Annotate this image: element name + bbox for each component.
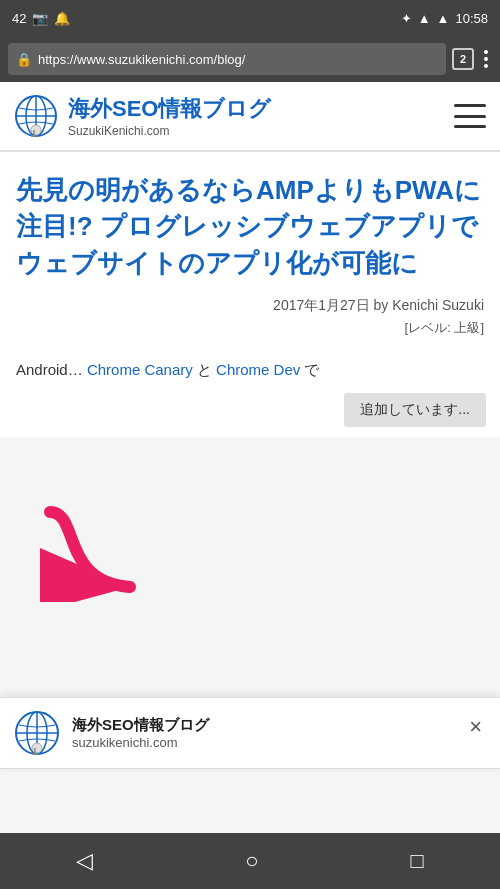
hamburger-line	[454, 125, 486, 128]
camera-icon: 📷	[32, 11, 48, 26]
chrome-canary-link[interactable]: Chrome Canary	[87, 361, 193, 378]
banner-button-area: 追加しています...	[0, 393, 500, 437]
hamburger-line	[454, 115, 486, 118]
recent-apps-button[interactable]: □	[391, 840, 444, 882]
banner-title: 海外SEO情報ブログ	[72, 716, 453, 735]
nav-bar: ◁ ○ □	[0, 833, 500, 889]
time: 10:58	[455, 11, 488, 26]
hamburger-menu[interactable]	[454, 104, 486, 128]
status-right: ✦ ▲ ▲ 10:58	[401, 11, 488, 26]
chrome-dev-link[interactable]: Chrome Dev	[216, 361, 300, 378]
banner-text-area: 海外SEO情報ブログ suzukikenichi.com	[72, 716, 453, 750]
banner-close-button[interactable]: ×	[465, 710, 486, 744]
blog-title: 海外SEO情報ブログ	[68, 94, 271, 124]
menu-dots-icon[interactable]	[480, 46, 492, 72]
home-button[interactable]: ○	[225, 840, 278, 882]
url-container[interactable]: 🔒 https://www.suzukikenichi.com/blog/	[8, 43, 446, 75]
notification-icon: 🔔	[54, 11, 70, 26]
svg-point-12	[32, 743, 42, 753]
article-title: 先見の明があるならAMPよりもPWAに注目!? プログレッシブウェブアプリでウェ…	[16, 172, 484, 281]
url-text: https://www.suzukikenichi.com/blog/	[38, 52, 438, 67]
ellipsis: …	[68, 361, 87, 378]
body-end-text: で	[304, 361, 319, 378]
pointing-arrow	[40, 502, 160, 602]
blog-subtitle: SuzukiKenichi.com	[68, 124, 271, 138]
body-start: Android	[16, 361, 68, 378]
status-left: 42 📷 🔔	[12, 11, 70, 26]
article-level: [レベル: 上級]	[16, 319, 484, 337]
lock-icon: 🔒	[16, 52, 32, 67]
install-banner: 海外SEO情報ブログ suzukikenichi.com ×	[0, 697, 500, 769]
blog-logo-area: 海外SEO情報ブログ SuzukiKenichi.com	[14, 94, 271, 138]
blog-title-area: 海外SEO情報ブログ SuzukiKenichi.com	[68, 94, 271, 138]
signal-icon: ▲	[437, 11, 450, 26]
back-button[interactable]: ◁	[56, 840, 113, 882]
status-bar: 42 📷 🔔 ✦ ▲ ▲ 10:58	[0, 0, 500, 36]
article-body: Android… Chrome Canary と Chrome Dev で	[16, 357, 484, 383]
article-meta: 2017年1月27日 by Kenichi Suzuki	[16, 297, 484, 315]
add-to-homescreen-button[interactable]: 追加しています...	[344, 393, 486, 427]
web-content: 海外SEO情報ブログ SuzukiKenichi.com 先見の明があるならAM…	[0, 82, 500, 393]
svg-point-4	[31, 125, 41, 135]
banner-url: suzukikenichi.com	[72, 735, 453, 750]
link-sep-text: と	[197, 361, 212, 378]
wifi-icon: ▲	[418, 11, 431, 26]
bluetooth-icon: ✦	[401, 11, 412, 26]
banner-globe-icon	[14, 710, 60, 756]
hamburger-line	[454, 104, 486, 107]
status-number: 42	[12, 11, 26, 26]
tab-count[interactable]: 2	[452, 48, 474, 70]
blog-header: 海外SEO情報ブログ SuzukiKenichi.com	[0, 82, 500, 152]
blog-globe-icon	[14, 94, 58, 138]
article-content: 先見の明があるならAMPよりもPWAに注目!? プログレッシブウェブアプリでウェ…	[0, 152, 500, 393]
url-bar: 🔒 https://www.suzukikenichi.com/blog/ 2	[0, 36, 500, 82]
arrow-container	[40, 502, 160, 606]
